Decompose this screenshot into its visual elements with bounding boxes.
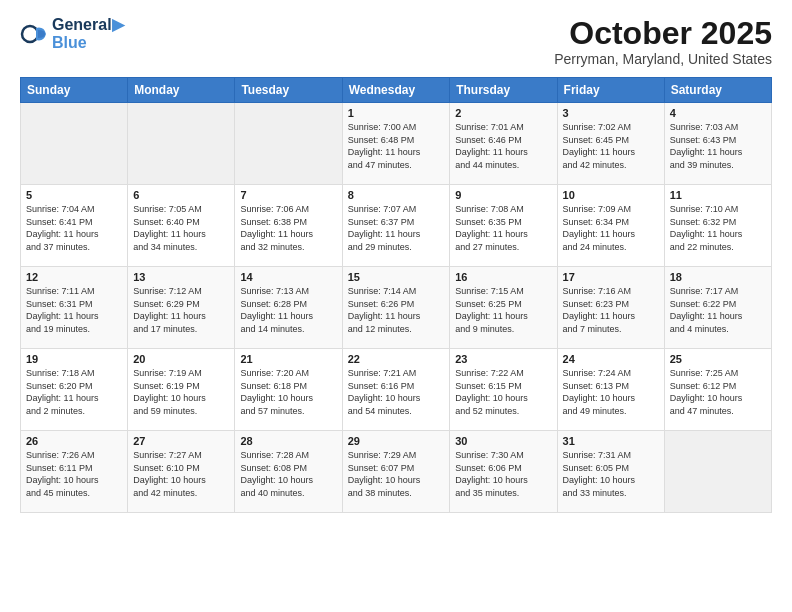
day-cell: 3Sunrise: 7:02 AM Sunset: 6:45 PM Daylig… bbox=[557, 103, 664, 185]
day-number: 14 bbox=[240, 271, 336, 283]
day-info: Sunrise: 7:16 AM Sunset: 6:23 PM Dayligh… bbox=[563, 285, 659, 335]
day-cell: 30Sunrise: 7:30 AM Sunset: 6:06 PM Dayli… bbox=[450, 431, 557, 513]
col-sunday: Sunday bbox=[21, 78, 128, 103]
day-number: 1 bbox=[348, 107, 445, 119]
month-title: October 2025 bbox=[554, 16, 772, 51]
day-number: 5 bbox=[26, 189, 122, 201]
day-info: Sunrise: 7:04 AM Sunset: 6:41 PM Dayligh… bbox=[26, 203, 122, 253]
day-info: Sunrise: 7:06 AM Sunset: 6:38 PM Dayligh… bbox=[240, 203, 336, 253]
day-number: 8 bbox=[348, 189, 445, 201]
day-number: 12 bbox=[26, 271, 122, 283]
day-info: Sunrise: 7:03 AM Sunset: 6:43 PM Dayligh… bbox=[670, 121, 766, 171]
day-number: 31 bbox=[563, 435, 659, 447]
day-number: 19 bbox=[26, 353, 122, 365]
logo-icon bbox=[20, 20, 48, 48]
header: General▶ Blue October 2025 Perryman, Mar… bbox=[20, 16, 772, 67]
day-cell: 22Sunrise: 7:21 AM Sunset: 6:16 PM Dayli… bbox=[342, 349, 450, 431]
day-cell: 14Sunrise: 7:13 AM Sunset: 6:28 PM Dayli… bbox=[235, 267, 342, 349]
day-cell: 2Sunrise: 7:01 AM Sunset: 6:46 PM Daylig… bbox=[450, 103, 557, 185]
day-info: Sunrise: 7:01 AM Sunset: 6:46 PM Dayligh… bbox=[455, 121, 551, 171]
week-row-4: 26Sunrise: 7:26 AM Sunset: 6:11 PM Dayli… bbox=[21, 431, 772, 513]
col-wednesday: Wednesday bbox=[342, 78, 450, 103]
day-info: Sunrise: 7:00 AM Sunset: 6:48 PM Dayligh… bbox=[348, 121, 445, 171]
day-cell: 23Sunrise: 7:22 AM Sunset: 6:15 PM Dayli… bbox=[450, 349, 557, 431]
day-info: Sunrise: 7:02 AM Sunset: 6:45 PM Dayligh… bbox=[563, 121, 659, 171]
day-cell bbox=[235, 103, 342, 185]
day-number: 30 bbox=[455, 435, 551, 447]
day-number: 15 bbox=[348, 271, 445, 283]
logo-text: General▶ Blue bbox=[52, 16, 124, 51]
week-row-3: 19Sunrise: 7:18 AM Sunset: 6:20 PM Dayli… bbox=[21, 349, 772, 431]
day-info: Sunrise: 7:26 AM Sunset: 6:11 PM Dayligh… bbox=[26, 449, 122, 499]
week-row-0: 1Sunrise: 7:00 AM Sunset: 6:48 PM Daylig… bbox=[21, 103, 772, 185]
day-cell: 31Sunrise: 7:31 AM Sunset: 6:05 PM Dayli… bbox=[557, 431, 664, 513]
day-info: Sunrise: 7:21 AM Sunset: 6:16 PM Dayligh… bbox=[348, 367, 445, 417]
day-number: 28 bbox=[240, 435, 336, 447]
day-number: 10 bbox=[563, 189, 659, 201]
day-cell: 16Sunrise: 7:15 AM Sunset: 6:25 PM Dayli… bbox=[450, 267, 557, 349]
day-cell: 19Sunrise: 7:18 AM Sunset: 6:20 PM Dayli… bbox=[21, 349, 128, 431]
day-number: 9 bbox=[455, 189, 551, 201]
day-info: Sunrise: 7:27 AM Sunset: 6:10 PM Dayligh… bbox=[133, 449, 229, 499]
week-row-2: 12Sunrise: 7:11 AM Sunset: 6:31 PM Dayli… bbox=[21, 267, 772, 349]
week-row-1: 5Sunrise: 7:04 AM Sunset: 6:41 PM Daylig… bbox=[21, 185, 772, 267]
location: Perryman, Maryland, United States bbox=[554, 51, 772, 67]
day-cell: 26Sunrise: 7:26 AM Sunset: 6:11 PM Dayli… bbox=[21, 431, 128, 513]
day-cell: 1Sunrise: 7:00 AM Sunset: 6:48 PM Daylig… bbox=[342, 103, 450, 185]
day-info: Sunrise: 7:19 AM Sunset: 6:19 PM Dayligh… bbox=[133, 367, 229, 417]
day-info: Sunrise: 7:12 AM Sunset: 6:29 PM Dayligh… bbox=[133, 285, 229, 335]
day-cell: 11Sunrise: 7:10 AM Sunset: 6:32 PM Dayli… bbox=[664, 185, 771, 267]
day-info: Sunrise: 7:29 AM Sunset: 6:07 PM Dayligh… bbox=[348, 449, 445, 499]
day-info: Sunrise: 7:11 AM Sunset: 6:31 PM Dayligh… bbox=[26, 285, 122, 335]
day-cell: 18Sunrise: 7:17 AM Sunset: 6:22 PM Dayli… bbox=[664, 267, 771, 349]
day-cell: 29Sunrise: 7:29 AM Sunset: 6:07 PM Dayli… bbox=[342, 431, 450, 513]
day-cell bbox=[128, 103, 235, 185]
day-cell: 13Sunrise: 7:12 AM Sunset: 6:29 PM Dayli… bbox=[128, 267, 235, 349]
day-info: Sunrise: 7:17 AM Sunset: 6:22 PM Dayligh… bbox=[670, 285, 766, 335]
day-cell: 5Sunrise: 7:04 AM Sunset: 6:41 PM Daylig… bbox=[21, 185, 128, 267]
day-info: Sunrise: 7:15 AM Sunset: 6:25 PM Dayligh… bbox=[455, 285, 551, 335]
day-number: 13 bbox=[133, 271, 229, 283]
day-info: Sunrise: 7:25 AM Sunset: 6:12 PM Dayligh… bbox=[670, 367, 766, 417]
day-number: 16 bbox=[455, 271, 551, 283]
day-info: Sunrise: 7:13 AM Sunset: 6:28 PM Dayligh… bbox=[240, 285, 336, 335]
day-number: 24 bbox=[563, 353, 659, 365]
col-saturday: Saturday bbox=[664, 78, 771, 103]
day-info: Sunrise: 7:31 AM Sunset: 6:05 PM Dayligh… bbox=[563, 449, 659, 499]
col-monday: Monday bbox=[128, 78, 235, 103]
day-info: Sunrise: 7:09 AM Sunset: 6:34 PM Dayligh… bbox=[563, 203, 659, 253]
day-number: 29 bbox=[348, 435, 445, 447]
day-cell: 4Sunrise: 7:03 AM Sunset: 6:43 PM Daylig… bbox=[664, 103, 771, 185]
page: General▶ Blue October 2025 Perryman, Mar… bbox=[0, 0, 792, 612]
day-cell: 25Sunrise: 7:25 AM Sunset: 6:12 PM Dayli… bbox=[664, 349, 771, 431]
day-info: Sunrise: 7:28 AM Sunset: 6:08 PM Dayligh… bbox=[240, 449, 336, 499]
day-cell bbox=[21, 103, 128, 185]
day-number: 4 bbox=[670, 107, 766, 119]
day-info: Sunrise: 7:10 AM Sunset: 6:32 PM Dayligh… bbox=[670, 203, 766, 253]
day-number: 11 bbox=[670, 189, 766, 201]
title-section: October 2025 Perryman, Maryland, United … bbox=[554, 16, 772, 67]
day-cell: 21Sunrise: 7:20 AM Sunset: 6:18 PM Dayli… bbox=[235, 349, 342, 431]
day-cell: 7Sunrise: 7:06 AM Sunset: 6:38 PM Daylig… bbox=[235, 185, 342, 267]
day-number: 17 bbox=[563, 271, 659, 283]
day-cell: 15Sunrise: 7:14 AM Sunset: 6:26 PM Dayli… bbox=[342, 267, 450, 349]
header-row: Sunday Monday Tuesday Wednesday Thursday… bbox=[21, 78, 772, 103]
day-info: Sunrise: 7:20 AM Sunset: 6:18 PM Dayligh… bbox=[240, 367, 336, 417]
day-number: 18 bbox=[670, 271, 766, 283]
day-number: 3 bbox=[563, 107, 659, 119]
day-info: Sunrise: 7:18 AM Sunset: 6:20 PM Dayligh… bbox=[26, 367, 122, 417]
day-info: Sunrise: 7:30 AM Sunset: 6:06 PM Dayligh… bbox=[455, 449, 551, 499]
col-thursday: Thursday bbox=[450, 78, 557, 103]
day-number: 6 bbox=[133, 189, 229, 201]
day-cell bbox=[664, 431, 771, 513]
day-number: 25 bbox=[670, 353, 766, 365]
day-info: Sunrise: 7:05 AM Sunset: 6:40 PM Dayligh… bbox=[133, 203, 229, 253]
day-cell: 6Sunrise: 7:05 AM Sunset: 6:40 PM Daylig… bbox=[128, 185, 235, 267]
day-cell: 8Sunrise: 7:07 AM Sunset: 6:37 PM Daylig… bbox=[342, 185, 450, 267]
col-tuesday: Tuesday bbox=[235, 78, 342, 103]
col-friday: Friday bbox=[557, 78, 664, 103]
day-cell: 28Sunrise: 7:28 AM Sunset: 6:08 PM Dayli… bbox=[235, 431, 342, 513]
day-cell: 9Sunrise: 7:08 AM Sunset: 6:35 PM Daylig… bbox=[450, 185, 557, 267]
day-cell: 24Sunrise: 7:24 AM Sunset: 6:13 PM Dayli… bbox=[557, 349, 664, 431]
day-info: Sunrise: 7:14 AM Sunset: 6:26 PM Dayligh… bbox=[348, 285, 445, 335]
